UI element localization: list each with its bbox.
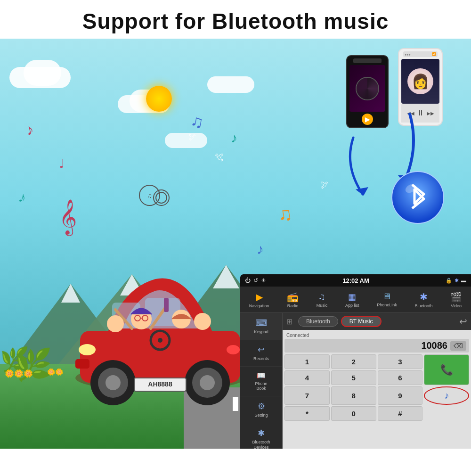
status-bar: ⏻ ↺ ☀ 12:02 AM 🔒 ✱ ▬ — [240, 274, 471, 287]
key-7[interactable]: 7 — [284, 386, 330, 405]
battery-icon: ▬ — [461, 278, 466, 283]
keypad-icon: ⌨ — [255, 318, 268, 328]
nav-item-radio[interactable]: 📻 Radio — [287, 291, 299, 308]
note-3: ♪ — [231, 131, 237, 146]
svg-point-36 — [158, 338, 162, 343]
note-6: ♪ — [17, 189, 28, 206]
bt-status-icon: ✱ — [455, 278, 459, 284]
call-button[interactable]: 📞 — [424, 354, 469, 385]
car-svg: AH8888 — [61, 232, 259, 411]
backspace-button[interactable]: ⌫ — [450, 341, 466, 351]
svg-point-16 — [106, 375, 121, 390]
number-display: 10086 ⌫ — [284, 339, 469, 353]
content-area: ⌨ Keypad ↩ Recents 📖 PhoneBook ⚙ Setting… — [240, 313, 471, 449]
sidebar: ⌨ Keypad ↩ Recents 📖 PhoneBook ⚙ Setting… — [240, 313, 283, 449]
svg-point-33 — [107, 315, 124, 332]
back-button[interactable]: ↩ — [459, 316, 467, 327]
setting-label: Setting — [254, 413, 268, 418]
illustration-area: 🌿 🌿 🌿 🌼🌼🌼 🌼🌼 — [0, 39, 471, 449]
sidebar-item-phonebook[interactable]: 📖 PhoneBook — [240, 367, 282, 397]
vinyl-3 — [155, 192, 167, 204]
sidebar-item-bt-devices[interactable]: ✱ BluetoothDevices — [240, 423, 282, 449]
nav-item-music[interactable]: ♫ Music — [317, 291, 328, 308]
recents-label: Recents — [253, 356, 269, 361]
tab-bluetooth[interactable]: Bluetooth — [298, 316, 338, 327]
note-2: ♫ — [189, 111, 205, 132]
flowers-left: 🌼🌼🌼 — [5, 369, 33, 378]
setting-icon: ⚙ — [258, 401, 265, 411]
clock-display: 12:02 AM — [342, 277, 369, 284]
bt-nav-icon: ✱ — [420, 291, 428, 303]
ui-panel: ⏻ ↺ ☀ 12:02 AM 🔒 ✱ ▬ ▶ Navigation 📻 Radi… — [240, 274, 471, 449]
bird-3: 🕊 — [320, 180, 329, 190]
sun — [146, 86, 172, 112]
status-right-icons: 🔒 ✱ ▬ — [446, 278, 466, 284]
tab-bt-music[interactable]: BT Music — [341, 316, 382, 327]
nav-item-video[interactable]: 🎬 Video — [450, 291, 462, 308]
sidebar-item-recents[interactable]: ↩ Recents — [240, 340, 282, 367]
key-1[interactable]: 1 — [284, 354, 330, 369]
key-3[interactable]: 3 — [378, 354, 423, 369]
key-9[interactable]: 9 — [378, 386, 423, 405]
note-4: ♫ — [276, 203, 293, 226]
key-8[interactable]: 8 — [331, 386, 376, 405]
svg-point-34 — [194, 313, 211, 330]
phonebook-icon: 📖 — [257, 371, 266, 380]
recents-icon: ↩ — [258, 345, 265, 355]
key-5[interactable]: 5 — [331, 370, 376, 385]
video-icon: 🎬 — [450, 291, 462, 303]
sidebar-item-setting[interactable]: ⚙ Setting — [240, 396, 282, 423]
cloud-5 — [207, 76, 254, 93]
keypad-grid: 1 2 3 📞 4 5 6 7 8 9 ♪ * — [284, 354, 469, 421]
nav-bar: ▶ Navigation 📻 Radio ♫ Music ▦ App list … — [240, 287, 471, 313]
applist-icon: ▦ — [348, 292, 356, 302]
nav-label-phonelink: PhoneLink — [377, 303, 397, 307]
key-2[interactable]: 2 — [331, 354, 376, 369]
svg-point-39 — [392, 172, 444, 223]
svg-marker-38 — [356, 187, 368, 196]
svg-point-21 — [227, 345, 240, 354]
note-7: ♩ — [59, 156, 65, 171]
sidebar-item-keypad[interactable]: ⌨ Keypad — [240, 313, 282, 340]
note-5: ♪ — [257, 241, 264, 257]
power-icon[interactable]: ⏻ — [245, 277, 251, 284]
svg-rect-31 — [164, 298, 169, 312]
treble-clef-icon: 𝄞 — [59, 199, 77, 235]
phone-number: 10086 — [287, 340, 447, 351]
key-star[interactable]: * — [284, 406, 330, 421]
phonelink-icon: 🖥 — [382, 292, 391, 302]
svg-text:AH8888: AH8888 — [148, 380, 172, 388]
main-panel: ⊞ Bluetooth BT Music ↩ Connected 10086 ⌫ — [283, 313, 471, 449]
nav-item-navigation[interactable]: ▶ Navigation — [249, 291, 269, 308]
lock-icon: 🔒 — [446, 278, 452, 284]
bird-1: 🕊 — [214, 152, 224, 163]
phone-area: Connected 10086 ⌫ 1 2 3 📞 4 5 — [283, 330, 471, 449]
nav-label-radio: Radio — [287, 304, 299, 308]
key-4[interactable]: 4 — [284, 370, 330, 385]
nav-label-video: Video — [451, 304, 462, 308]
connected-label: Connected — [284, 332, 469, 339]
key-hash[interactable]: # — [378, 406, 423, 421]
phonebook-label: PhoneBook — [255, 381, 267, 392]
music-note-button[interactable]: ♪ — [424, 386, 469, 405]
brightness-icon[interactable]: ☀ — [261, 277, 266, 284]
nav-label-applist: App list — [345, 303, 359, 308]
cloud-2 — [24, 60, 61, 86]
bluetooth-icon-large — [391, 171, 445, 225]
nav-label-navigation: Navigation — [249, 304, 269, 308]
key-6[interactable]: 6 — [378, 370, 423, 385]
page-title: Support for Bluetooth music — [0, 0, 471, 39]
tab-row: ⊞ Bluetooth BT Music ↩ — [283, 313, 471, 330]
navigation-icon: ▶ — [256, 291, 263, 303]
radio-icon: 📻 — [287, 291, 299, 303]
refresh-icon[interactable]: ↺ — [253, 277, 258, 284]
keypad-label: Keypad — [254, 329, 268, 335]
nav-item-bluetooth[interactable]: ✱ Bluetooth — [414, 291, 432, 308]
svg-rect-24 — [75, 359, 89, 369]
nav-item-phonelink[interactable]: 🖥 PhoneLink — [377, 292, 397, 307]
nav-item-applist[interactable]: ▦ App list — [345, 292, 359, 308]
bt-devices-label: BluetoothDevices — [252, 440, 270, 449]
bird-2: 🕊 — [188, 133, 196, 141]
key-0[interactable]: 0 — [331, 406, 376, 421]
status-left: ⏻ ↺ ☀ — [245, 277, 266, 284]
